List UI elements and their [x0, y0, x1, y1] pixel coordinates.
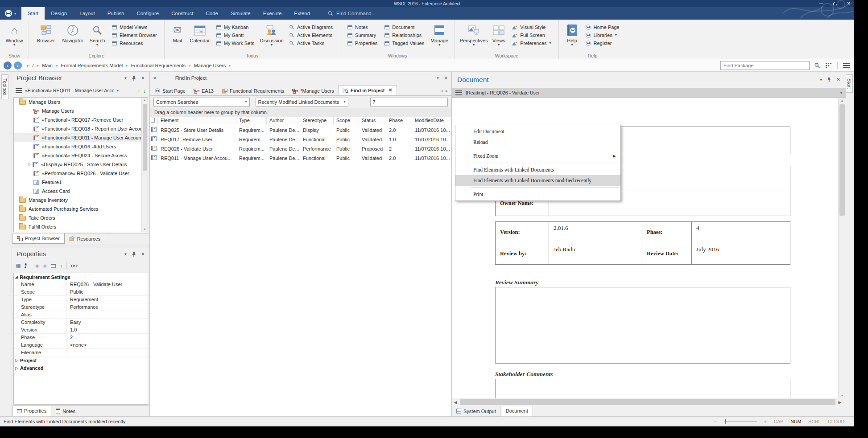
glasses-icon[interactable]	[71, 264, 78, 268]
tab-design[interactable]: Design	[45, 7, 73, 20]
close-button[interactable]: ✕	[847, 1, 851, 6]
find-package-input[interactable]	[721, 63, 809, 68]
chevron-down-icon[interactable]: ▾	[117, 89, 119, 93]
start-side-tab[interactable]: Start	[846, 74, 853, 93]
tab-simulate[interactable]: Simulate	[224, 7, 257, 20]
tab-project-browser[interactable]: Project Browser	[12, 233, 65, 244]
visual-style-button[interactable]: Visual Style	[512, 25, 551, 30]
search-icon[interactable]	[814, 62, 820, 69]
property-row[interactable]: Alias	[14, 311, 148, 319]
tab-resources[interactable]: Resources	[65, 233, 106, 244]
categorized-view-icon[interactable]: ▦	[16, 262, 21, 269]
close-tab-icon[interactable]: ✕	[388, 87, 392, 93]
tab-start-page[interactable]: Start Page	[151, 86, 190, 95]
chevron-down-icon[interactable]: ▾	[124, 252, 127, 256]
column-type[interactable]: Type	[236, 117, 267, 125]
scroll-down-icon[interactable]: ▼	[839, 394, 846, 397]
tab-code[interactable]: Code	[199, 7, 224, 20]
property-row[interactable]: StereotypePerformance	[14, 303, 148, 311]
section-advanced[interactable]: ▷Advanced	[14, 364, 148, 372]
tree-item[interactable]: «Functional» REQ016 -Add Users	[14, 142, 148, 151]
scroll-up-icon[interactable]: ▲	[142, 98, 148, 102]
element-browser-button[interactable]: Element Browser	[112, 33, 157, 38]
expand-icon[interactable]: ▷	[27, 162, 33, 167]
toolbox-side-tab[interactable]: Toolbox	[1, 74, 8, 99]
menu-item-fixed-zoom[interactable]: Fixed Zoom▶	[455, 151, 620, 161]
resources-button[interactable]: Resources	[112, 41, 157, 46]
app-menu-button[interactable]: ▾	[0, 7, 21, 20]
document-horizontal-scrollbar[interactable]: ◀ ▶	[452, 398, 843, 406]
zoom-slider-thumb[interactable]	[725, 419, 726, 424]
element-diamond-icon[interactable]: ◆	[43, 263, 47, 269]
tab-extend[interactable]: Extend	[288, 7, 316, 20]
tab-properties[interactable]: Properties	[12, 406, 51, 416]
tree-item[interactable]: Fulfill Orders	[14, 222, 148, 231]
tree-item[interactable]: «Functional» REQ018 - Report on User Acc…	[14, 124, 148, 133]
tab-functional-requirements[interactable]: Functional Requirements	[218, 86, 288, 95]
breadcrumb-functional-requirements[interactable]: Functional Requirements	[131, 63, 186, 68]
calendar-button[interactable]: Calendar	[187, 22, 213, 43]
menu-item-find-linked-documents[interactable]: Find Elements with Linked Documents	[455, 164, 620, 175]
help-button[interactable]: Help▾	[562, 22, 582, 47]
column-modifieddate[interactable]: ModifiedDate	[412, 117, 451, 125]
relationships-button[interactable]: Relationships	[384, 33, 424, 38]
menu-icon[interactable]	[843, 63, 850, 68]
navigator-button[interactable]: N Navigator	[59, 22, 86, 43]
tree-item[interactable]: «Functional» REQ024 - Secure Access	[14, 151, 148, 160]
menu-item-find-linked-documents-recent[interactable]: Find Elements with Linked Documents modi…	[455, 175, 620, 186]
model-views-button[interactable]: Model Views	[112, 25, 157, 30]
column-status[interactable]: Status	[359, 117, 386, 125]
notes-button[interactable]: Notes	[347, 25, 377, 30]
section-project[interactable]: ▷Project	[14, 356, 148, 364]
tree-item[interactable]: Manage Users	[14, 98, 148, 106]
perspectives-button[interactable]: Perspectives▾	[459, 22, 489, 47]
property-row[interactable]: ScopePublic	[14, 288, 148, 296]
active-elements-button[interactable]: Active Elements	[289, 33, 333, 38]
mail-button[interactable]: ✉ Mail	[168, 22, 187, 43]
scroll-up-icon[interactable]: ▲	[839, 99, 846, 102]
tab-find-in-project[interactable]: Find in Project ✕	[338, 85, 397, 95]
tree-item[interactable]: «Performance» REQ026 - Validate User	[14, 169, 148, 178]
scroll-right-icon[interactable]: ▶	[836, 400, 843, 405]
scrollbar-thumb[interactable]	[460, 399, 835, 405]
property-row[interactable]: NameREQ026 - Validate User	[14, 281, 148, 288]
tree-item-selected[interactable]: «Functional» REQ011 - Manage User Accoun	[14, 133, 148, 142]
my-kanban-button[interactable]: My Kanban	[216, 25, 254, 30]
scrollbar-thumb[interactable]	[143, 104, 147, 171]
tab-notes[interactable]: Notes	[51, 406, 80, 416]
breadcrumb-main[interactable]: Main	[42, 63, 53, 68]
property-row[interactable]: Version1.0	[14, 326, 148, 334]
document-scrollbar[interactable]: ▲ ▼	[838, 98, 846, 398]
group-by-hint[interactable]: Drag a column header here to group by th…	[150, 108, 451, 117]
collapse-chevrons-icon[interactable]: »	[153, 75, 157, 81]
tagged-values-button[interactable]: Tagged Values	[384, 41, 424, 46]
tab-ea13[interactable]: EA13	[190, 86, 218, 95]
properties-page-icon[interactable]	[51, 264, 56, 268]
column-author[interactable]: Author	[267, 117, 300, 125]
tab-configure[interactable]: Configure	[130, 7, 165, 20]
scroll-left-icon[interactable]: ◀	[452, 400, 459, 405]
column-phase[interactable]: Phase	[386, 117, 412, 125]
property-row[interactable]: ComplexityEasy	[14, 319, 148, 326]
tab-start[interactable]: Start	[21, 7, 45, 20]
menu-item-edit-document[interactable]: Edit Document	[455, 126, 620, 137]
tree-item[interactable]: Feature1	[14, 178, 148, 187]
active-diagrams-button[interactable]: Active Diagrams	[289, 25, 333, 30]
close-icon[interactable]: ✕	[141, 251, 145, 257]
column-stereotype[interactable]: Stereotype	[300, 117, 334, 125]
back-button[interactable]: ‹	[4, 61, 12, 70]
tab-execute[interactable]: Execute	[257, 7, 288, 20]
properties-button[interactable]: Properties	[347, 41, 377, 46]
register-button[interactable]: Register	[586, 41, 620, 46]
tree-item[interactable]: Automated Purchasing Services	[14, 205, 148, 213]
tab-construct[interactable]: Construct	[165, 7, 199, 20]
property-row[interactable]: Phase2	[14, 334, 148, 341]
tree-item[interactable]: «Functional» REQ017 -Remove User	[14, 115, 148, 124]
home-page-button[interactable]: Home Page	[586, 25, 620, 30]
search-category-select[interactable]: Common Searches▾	[153, 98, 250, 106]
property-row[interactable]: TypeRequirement	[14, 296, 148, 303]
zoom-out-icon[interactable]: −	[714, 419, 716, 424]
menu-item-reload[interactable]: Reload	[455, 137, 620, 147]
zoom-slider[interactable]	[724, 422, 757, 422]
search-term-input[interactable]	[370, 98, 448, 106]
